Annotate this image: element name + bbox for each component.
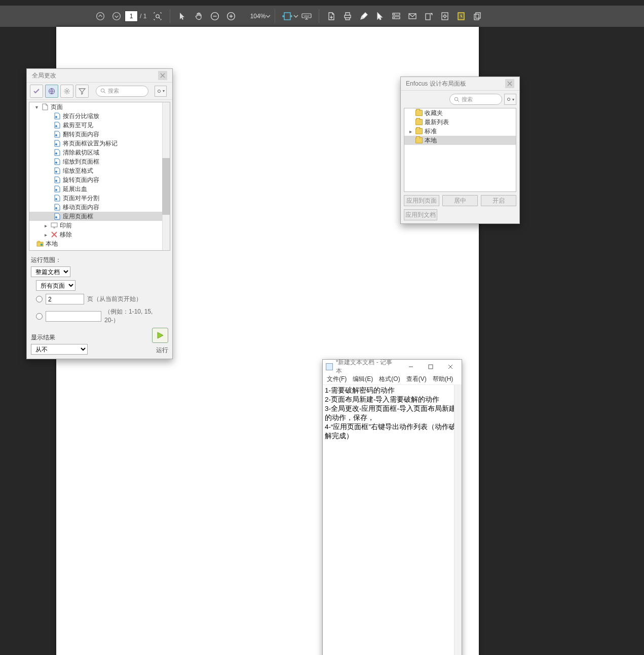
- tree-item-selected[interactable]: 应用页面框: [29, 212, 170, 221]
- pages-range-radio[interactable]: [36, 313, 43, 320]
- search-icon: [100, 88, 106, 94]
- search-input[interactable]: 搜索: [449, 94, 502, 105]
- notepad-title: *新建文本文档 - 记事本: [336, 358, 397, 375]
- tree-item[interactable]: 旋转页面内容: [29, 175, 170, 184]
- marquee-zoom-icon[interactable]: [149, 8, 166, 24]
- close-icon[interactable]: [505, 79, 514, 88]
- globe-scope-button[interactable]: [45, 85, 58, 98]
- svg-point-27: [56, 171, 57, 173]
- scope-doc-select[interactable]: 整篇文档: [31, 266, 70, 277]
- svg-rect-11: [426, 14, 430, 20]
- list-item-selected[interactable]: 本地: [404, 136, 516, 145]
- tree-node-remove[interactable]: ▸ 移除: [29, 230, 170, 239]
- hand-pan-icon[interactable]: [191, 8, 207, 24]
- notepad-textarea[interactable]: 1-需要破解密码的动作 2-页面布局新建-导入需要破解的动作 3-全局更改-应用…: [323, 385, 462, 655]
- page-down-icon[interactable]: [108, 8, 125, 24]
- brush-icon[interactable]: [356, 8, 372, 24]
- apply-to-doc-button[interactable]: 应用到文档: [404, 209, 437, 220]
- pages-from-input[interactable]: [46, 294, 84, 304]
- export-pdf-icon[interactable]: [323, 8, 339, 24]
- tree-label: 延展出血: [63, 185, 87, 194]
- list-label: 标准: [425, 127, 437, 136]
- list-item[interactable]: 收藏夹: [404, 108, 516, 118]
- preflight-icon[interactable]: [453, 8, 469, 24]
- list-item[interactable]: ▸标准: [404, 127, 516, 136]
- filter-button[interactable]: [75, 85, 89, 98]
- list-label: 本地: [425, 136, 437, 145]
- list-label: 收藏夹: [425, 109, 443, 118]
- run-link[interactable]: 运行: [152, 346, 168, 355]
- tree-item[interactable]: 页面对半分割: [29, 194, 170, 203]
- notepad-line: 2-页面布局新建-导入需要破解的动作: [325, 395, 460, 404]
- run-play-button[interactable]: [152, 328, 168, 343]
- select-arrow-icon[interactable]: [174, 8, 191, 24]
- tree-scrollbar-thumb[interactable]: [162, 158, 170, 215]
- action-icon: [54, 112, 61, 120]
- tree-item[interactable]: 缩放到页面框: [29, 157, 170, 166]
- keyboard-icon[interactable]: [298, 8, 315, 24]
- action-tree[interactable]: ▾ 页面 按百分比缩放 裁剪至可见 翻转页面内容 将页面框设置为标记 清除裁切区…: [29, 102, 170, 251]
- svg-point-22: [56, 126, 57, 127]
- gear-options-button[interactable]: [60, 85, 73, 98]
- svg-point-29: [56, 189, 57, 191]
- tree-item[interactable]: 延展出血: [29, 184, 170, 194]
- menu-format[interactable]: 格式(O): [379, 375, 400, 383]
- tree-item[interactable]: 移动页面内容: [29, 203, 170, 212]
- document-stage: 全局更改 搜索: [0, 27, 644, 655]
- zoom-level-input[interactable]: [239, 11, 266, 22]
- tree-item[interactable]: 缩放至格式: [29, 166, 170, 175]
- tree-item[interactable]: 将页面框设置为标记: [29, 139, 170, 148]
- action-icon: [54, 204, 61, 211]
- menu-help[interactable]: 帮助(H): [433, 375, 453, 383]
- pages-from-radio[interactable]: [36, 296, 43, 302]
- svg-point-37: [507, 98, 510, 100]
- list-item[interactable]: 最新列表: [404, 118, 516, 127]
- settings-page-icon[interactable]: [437, 8, 453, 24]
- action-icon: [54, 185, 61, 192]
- mail-icon[interactable]: [404, 8, 421, 24]
- svg-point-32: [56, 217, 57, 218]
- close-icon[interactable]: [158, 71, 167, 80]
- notepad-scrollbar[interactable]: [454, 385, 462, 655]
- pages-range-input[interactable]: [46, 311, 101, 322]
- menu-edit[interactable]: 编辑(E): [353, 375, 373, 383]
- zoom-out-icon[interactable]: [207, 8, 223, 24]
- print-icon[interactable]: [339, 8, 356, 24]
- show-result-select[interactable]: 从不: [31, 344, 88, 355]
- copy-pages-icon[interactable]: [469, 8, 485, 24]
- tree-item[interactable]: 清除裁切区域: [29, 148, 170, 157]
- tree-label: 移除: [60, 230, 72, 239]
- layout-list[interactable]: 收藏夹 最新列表 ▸标准 本地: [404, 108, 516, 192]
- zoom-in-icon[interactable]: [223, 8, 239, 24]
- check-apply-button[interactable]: [30, 85, 43, 98]
- tree-label: 缩放至格式: [63, 167, 93, 175]
- close-icon[interactable]: [442, 361, 459, 372]
- menu-file[interactable]: 文件(F): [327, 375, 347, 383]
- svg-point-30: [56, 199, 57, 200]
- scope-pages-select[interactable]: 所有页面: [36, 280, 75, 291]
- search-input[interactable]: 搜索: [96, 86, 148, 97]
- rotate-page-icon[interactable]: [421, 8, 437, 24]
- gear-dropdown-button[interactable]: ▾: [504, 94, 516, 105]
- open-button[interactable]: 开启: [481, 195, 516, 206]
- svg-point-21: [56, 117, 57, 118]
- tree-item[interactable]: 裁剪至可见: [29, 121, 170, 130]
- form-icon[interactable]: [388, 8, 404, 24]
- chevron-down-icon[interactable]: [266, 14, 271, 19]
- gear-dropdown-button[interactable]: ▾: [155, 86, 167, 97]
- minimize-icon[interactable]: [402, 361, 419, 372]
- menu-view[interactable]: 查看(V): [406, 375, 427, 383]
- center-button[interactable]: 居中: [442, 195, 478, 206]
- tree-item[interactable]: 按百分比缩放: [29, 111, 170, 121]
- tree-item[interactable]: 翻转页面内容: [29, 130, 170, 139]
- notepad-titlebar[interactable]: *新建文本文档 - 记事本: [323, 360, 462, 374]
- page-up-icon[interactable]: [92, 8, 108, 24]
- page-number-input[interactable]: [125, 11, 138, 22]
- apply-to-page-button[interactable]: 应用到页面: [404, 195, 439, 206]
- tree-node-print[interactable]: ▸ 印前: [29, 221, 170, 230]
- direct-select-icon[interactable]: [372, 8, 388, 24]
- chevron-down-icon[interactable]: [293, 14, 298, 19]
- tree-node-local[interactable]: 本地: [29, 239, 170, 248]
- tree-node-page[interactable]: ▾ 页面: [29, 102, 170, 111]
- maximize-icon[interactable]: [422, 361, 439, 372]
